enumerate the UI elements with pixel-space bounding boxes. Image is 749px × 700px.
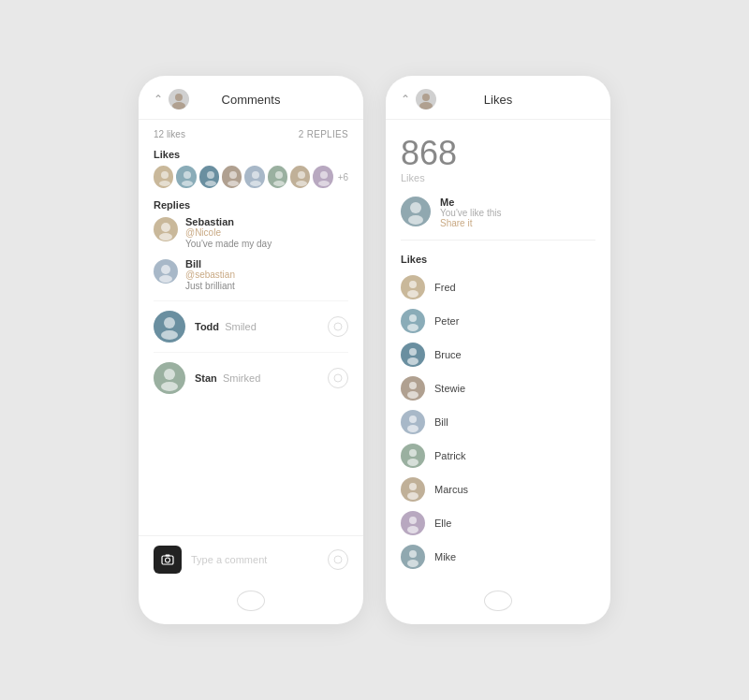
reply-text-sebastian: You've made my day (185, 239, 272, 249)
svg-point-38 (409, 314, 417, 322)
likes-header: ⌃ Likes (386, 76, 610, 120)
me-section: Me You've like this Share it (401, 197, 595, 241)
svg-point-18 (161, 223, 170, 232)
svg-point-6 (207, 171, 214, 179)
svg-point-13 (273, 181, 285, 186)
svg-point-29 (166, 558, 170, 562)
list-item: Peter (401, 304, 595, 338)
list-item: Elle (401, 506, 595, 540)
svg-point-20 (161, 265, 170, 274)
likes-list-avatar[interactable] (401, 309, 425, 333)
list-item: Fred (401, 270, 595, 304)
like-avatar-1[interactable] (154, 166, 173, 188)
svg-point-33 (419, 102, 433, 109)
reply-content-bill: Bill @sebastian Just brilliant (185, 258, 235, 291)
share-link[interactable]: Share it (440, 218, 501, 228)
send-button[interactable] (328, 549, 348, 570)
likes-list-avatar[interactable] (401, 376, 425, 401)
back-chevron-likes-icon[interactable]: ⌃ (401, 93, 410, 106)
likes-avatars-row: +6 (154, 166, 348, 188)
reply-mention-bill[interactable]: @sebastian (185, 270, 235, 280)
likes-title: Likes (484, 93, 512, 107)
comments-meta: 12 likes 2 REPLIES (154, 129, 348, 139)
comments-screen: ⌃ Comments 12 likes 2 REPLIES Likes (139, 76, 363, 624)
svg-point-23 (161, 330, 178, 340)
svg-point-51 (407, 526, 419, 533)
like-avatar-6[interactable] (268, 166, 287, 188)
svg-point-22 (164, 317, 175, 328)
svg-point-41 (407, 357, 419, 365)
svg-point-5 (182, 181, 193, 186)
like-avatar-3[interactable] (199, 166, 219, 188)
reply-item-sebastian: Sebastian @Nicole You've made my day (154, 216, 348, 249)
svg-point-37 (407, 290, 419, 298)
likes-list-name: Marcus (434, 484, 468, 495)
like-avatar-4[interactable] (222, 166, 242, 188)
svg-point-42 (409, 382, 417, 389)
svg-point-50 (409, 517, 417, 524)
likes-list-label: Likes (401, 254, 595, 265)
likes-list-avatar[interactable] (401, 275, 425, 299)
likes-list-name: Bill (434, 416, 448, 428)
likes-header-avatar (416, 89, 436, 109)
likes-more-count[interactable]: +6 (338, 172, 348, 182)
stan-action-button[interactable] (328, 368, 348, 388)
svg-point-44 (409, 416, 417, 423)
svg-point-35 (408, 215, 423, 225)
comment-row-todd: Todd Smiled (154, 300, 348, 352)
svg-point-15 (296, 181, 307, 186)
reply-avatar-sebastian[interactable] (154, 217, 178, 241)
me-text: Me You've like this Share it (440, 197, 501, 228)
svg-point-27 (334, 374, 342, 382)
comments-body: 12 likes 2 REPLIES Likes +6 Replies (139, 120, 363, 535)
svg-point-7 (205, 181, 216, 186)
list-item: Stewie (401, 372, 595, 405)
comment-avatar-stan[interactable] (154, 362, 185, 394)
svg-point-16 (320, 171, 328, 179)
header-avatar (169, 89, 189, 109)
svg-point-21 (159, 275, 172, 283)
likes-list-name: Bruce (434, 349, 462, 360)
like-avatar-8[interactable] (313, 166, 332, 188)
svg-point-10 (252, 171, 259, 179)
svg-rect-28 (162, 556, 173, 564)
likes-big-count: 868 (401, 137, 595, 170)
svg-point-31 (334, 556, 342, 563)
likes-list-avatar[interactable] (401, 545, 425, 569)
svg-point-12 (275, 171, 283, 179)
likes-list-avatar[interactable] (401, 511, 425, 535)
svg-point-4 (184, 171, 191, 179)
replies-count-meta[interactable]: 2 REPLIES (299, 129, 348, 139)
list-item: Patrick (401, 439, 595, 473)
likes-list-name: Stewie (434, 383, 465, 394)
likes-list-name: Elle (434, 518, 451, 529)
likes-screen: ⌃ Likes 868 Likes Me You've like this Sh… (386, 76, 610, 624)
comment-input[interactable]: Type a comment (191, 554, 318, 565)
svg-point-19 (159, 233, 172, 241)
me-avatar[interactable] (401, 197, 431, 226)
svg-point-47 (407, 459, 419, 466)
likes-list-avatar[interactable] (401, 477, 425, 502)
like-avatar-7[interactable] (290, 166, 310, 188)
reply-author-bill: Bill (185, 258, 235, 270)
home-indicator-comments (139, 583, 363, 624)
like-avatar-5[interactable] (244, 166, 264, 188)
likes-list-avatar[interactable] (401, 410, 425, 434)
likes-list-avatar[interactable] (401, 343, 425, 367)
svg-point-52 (409, 550, 417, 558)
likes-list-name: Fred (434, 282, 456, 293)
camera-icon[interactable] (154, 546, 182, 574)
back-chevron-icon[interactable]: ⌃ (154, 93, 163, 106)
home-indicator-likes (386, 583, 610, 624)
comment-avatar-todd[interactable] (154, 311, 185, 343)
like-avatar-2[interactable] (176, 166, 196, 188)
reply-avatar-bill[interactable] (154, 259, 178, 284)
likes-list-avatar[interactable] (401, 444, 425, 468)
svg-point-34 (410, 202, 421, 213)
todd-action-button[interactable] (328, 316, 348, 337)
svg-point-53 (407, 560, 419, 567)
svg-point-45 (407, 425, 419, 432)
reply-mention-sebastian[interactable]: @Nicole (185, 227, 272, 238)
svg-point-3 (159, 181, 170, 186)
svg-point-39 (407, 324, 419, 331)
